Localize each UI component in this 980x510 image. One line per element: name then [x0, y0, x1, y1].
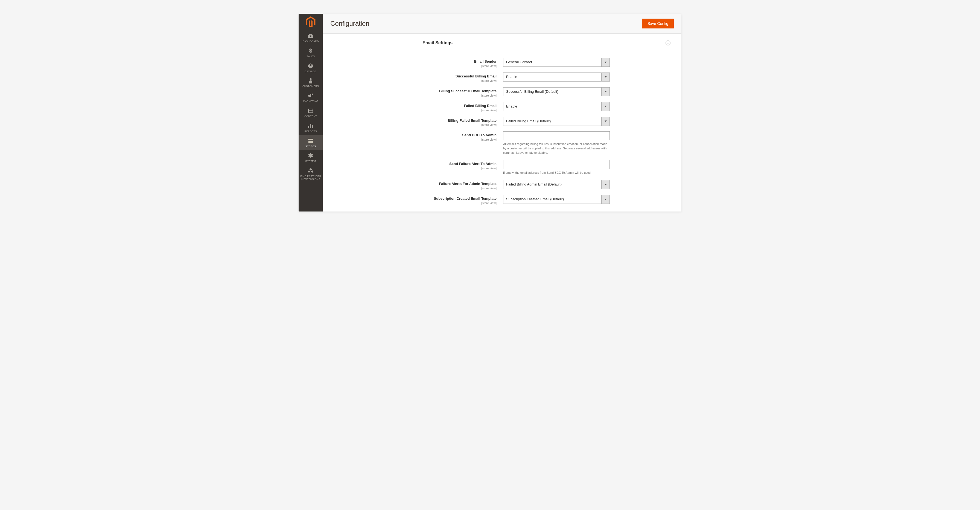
field-control: If empty, the email address from Send BC… — [503, 160, 610, 175]
field-label: Subscription Created Email Template [sto… — [331, 195, 503, 205]
gear-icon — [308, 153, 313, 159]
nav-item-customers[interactable]: CUSTOMERS — [299, 75, 323, 90]
person-icon — [309, 78, 312, 84]
cubes-icon — [308, 168, 313, 174]
dropdown-arrow-icon — [601, 73, 609, 81]
field-label: Failed Billing Email [store view] — [331, 102, 503, 112]
field-control: Enable — [503, 102, 610, 112]
field-billing-successful-template: Billing Successful Email Template [store… — [331, 87, 673, 97]
nav-label: REPORTS — [304, 130, 317, 133]
form-rows: Email Sender [store view] General Contac… — [331, 58, 673, 205]
nav-item-partners[interactable]: FIND PARTNERS & EXTENSIONS — [299, 165, 323, 183]
nav-label: SALES — [307, 55, 315, 58]
nav-label: SYSTEM — [305, 160, 316, 163]
sidebar: DASHBOARD $ SALES CATALOG CUSTOMERS MARK… — [299, 14, 323, 212]
dropdown-arrow-icon — [601, 88, 609, 96]
content-area: Email Settings Email Sender [store view]… — [323, 33, 681, 212]
dashboard-icon — [308, 33, 313, 39]
field-control: Failed Billing Email (Default) — [503, 117, 610, 127]
nav-item-marketing[interactable]: MARKETING — [299, 90, 323, 105]
dropdown-arrow-icon — [601, 180, 609, 189]
nav-item-catalog[interactable]: CATALOG — [299, 60, 323, 75]
magento-logo[interactable] — [299, 14, 323, 30]
page-header: Configuration Save Config — [323, 14, 681, 33]
page-title: Configuration — [330, 20, 369, 27]
field-label: Billing Failed Email Template [store vie… — [331, 117, 503, 127]
field-subscription-created-template: Subscription Created Email Template [sto… — [331, 195, 673, 205]
nav-label: CONTENT — [304, 115, 317, 118]
section-title: Email Settings — [422, 40, 453, 45]
magento-logo-icon — [306, 16, 315, 27]
field-failure-alerts-template: Failure Alerts For Admin Template [store… — [331, 180, 673, 190]
successful-billing-email-select[interactable]: Enable — [503, 73, 610, 81]
field-note: All emails regarding billing failures, s… — [503, 142, 610, 155]
svg-rect-1 — [309, 109, 313, 113]
failure-alerts-template-select[interactable]: Failed Billing Admin Email (Default) — [503, 180, 610, 189]
app-window: DASHBOARD $ SALES CATALOG CUSTOMERS MARK… — [299, 14, 681, 212]
svg-point-0 — [310, 78, 312, 80]
collapse-toggle[interactable] — [665, 40, 670, 45]
dropdown-arrow-icon — [601, 58, 609, 67]
field-control: Subscription Created Email (Default) — [503, 195, 610, 205]
dropdown-arrow-icon — [601, 195, 609, 204]
layout-icon — [308, 108, 313, 114]
box-icon — [308, 63, 313, 69]
svg-rect-6 — [312, 125, 313, 128]
send-bcc-admin-input[interactable] — [503, 131, 610, 140]
field-control: Enable — [503, 73, 610, 82]
nav-label: STORES — [305, 145, 316, 148]
field-email-sender: Email Sender [store view] General Contac… — [331, 58, 673, 68]
nav-label: DASHBOARD — [302, 40, 319, 43]
subscription-created-template-select[interactable]: Subscription Created Email (Default) — [503, 195, 610, 204]
field-send-failure-alert-admin: Send Failure Alert To Admin [store view]… — [331, 160, 673, 175]
field-label: Successful Billing Email [store view] — [331, 73, 503, 82]
svg-rect-4 — [308, 126, 309, 128]
billing-failed-template-select[interactable]: Failed Billing Email (Default) — [503, 117, 610, 126]
nav-item-stores[interactable]: STORES — [299, 135, 323, 150]
field-label: Failure Alerts For Admin Template [store… — [331, 180, 503, 190]
nav-label: CUSTOMERS — [302, 85, 319, 88]
dollar-icon: $ — [309, 48, 312, 54]
svg-rect-5 — [310, 124, 311, 128]
dropdown-arrow-icon — [601, 117, 609, 126]
field-send-bcc-admin: Send BCC To Admin [store view] All email… — [331, 131, 673, 155]
field-control: Successful Billing Email (Default) — [503, 87, 610, 97]
send-failure-alert-admin-input[interactable] — [503, 160, 610, 169]
nav-item-system[interactable]: SYSTEM — [299, 150, 323, 165]
field-control: All emails regarding billing failures, s… — [503, 131, 610, 155]
nav-label: MARKETING — [303, 100, 318, 103]
billing-successful-template-select[interactable]: Successful Billing Email (Default) — [503, 87, 610, 96]
bars-icon — [308, 123, 313, 129]
failed-billing-email-select[interactable]: Enable — [503, 102, 610, 111]
nav-item-sales[interactable]: $ SALES — [299, 45, 323, 60]
nav-item-content[interactable]: CONTENT — [299, 105, 323, 120]
dropdown-arrow-icon — [601, 102, 609, 111]
field-label: Send BCC To Admin [store view] — [331, 131, 503, 155]
field-failed-billing-email: Failed Billing Email [store view] Enable — [331, 102, 673, 112]
field-label: Send Failure Alert To Admin [store view] — [331, 160, 503, 175]
field-billing-failed-template: Billing Failed Email Template [store vie… — [331, 117, 673, 127]
field-label: Email Sender [store view] — [331, 58, 503, 68]
field-note: If empty, the email address from Send BC… — [503, 171, 610, 175]
nav-item-reports[interactable]: REPORTS — [299, 120, 323, 135]
megaphone-icon — [308, 93, 313, 99]
field-label: Billing Successful Email Template [store… — [331, 87, 503, 97]
nav-label: CATALOG — [305, 70, 317, 73]
nav-item-dashboard[interactable]: DASHBOARD — [299, 30, 323, 45]
save-config-button[interactable]: Save Config — [642, 19, 674, 29]
nav-label: FIND PARTNERS & EXTENSIONS — [300, 175, 321, 181]
email-sender-select[interactable]: General Contact — [503, 58, 610, 67]
store-icon — [308, 138, 313, 144]
field-successful-billing-email: Successful Billing Email [store view] En… — [331, 73, 673, 82]
main-content: Configuration Save Config Email Settings… — [323, 14, 681, 212]
field-control: Failed Billing Admin Email (Default) — [503, 180, 610, 190]
field-control: General Contact — [503, 58, 610, 68]
section-header: Email Settings — [422, 40, 673, 45]
chevron-up-icon — [667, 42, 669, 44]
